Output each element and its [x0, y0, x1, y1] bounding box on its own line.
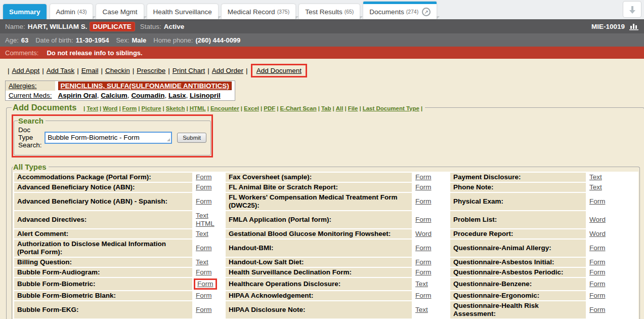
current-meds-list: Aspirin Oral, Calcium, Coumadin, Lasix, … — [55, 91, 235, 101]
doc-type-link-form[interactable]: Form — [196, 268, 212, 276]
add-order-link[interactable]: Add Order — [212, 67, 243, 74]
doc-type-link-html[interactable]: HTML — [196, 220, 214, 227]
med-link-coumadin[interactable]: Coumadin — [131, 92, 164, 99]
doc-type-link-text[interactable]: Text — [415, 306, 428, 313]
doc-format-link-sketch[interactable]: Sketch — [166, 105, 185, 111]
doc-type-link-word[interactable]: Word — [589, 216, 606, 223]
doc-format-link-pdf[interactable]: PDF — [264, 105, 275, 111]
doc-type-link-text[interactable]: Text — [415, 280, 428, 288]
doc-type-link-word[interactable]: Word — [589, 230, 606, 237]
doc-type-link-form[interactable]: Form — [196, 183, 212, 191]
med-link-calcium[interactable]: Calcium — [101, 92, 127, 99]
doc-type-link-text[interactable]: Text — [196, 212, 208, 219]
doc-type-link-cell: Form — [193, 240, 225, 257]
doc-format-link-encounter[interactable]: Encounter — [210, 105, 239, 111]
doc-type-link-cell: Form — [413, 268, 449, 277]
tab-count: (274) — [406, 9, 419, 15]
doc-type-link-form[interactable]: Form — [589, 306, 606, 313]
doc-format-link-all[interactable]: All — [336, 105, 344, 111]
doc-type-link-form[interactable]: Form — [196, 244, 212, 252]
tab-health-surveillance[interactable]: Health Surveillance — [147, 4, 218, 19]
doc-type-link-cell: Form — [193, 268, 225, 277]
doc-type-link-text[interactable]: Text — [589, 183, 602, 191]
print-chart-link[interactable]: Print Chart — [173, 67, 205, 74]
doc-type-label: Advanced Beneficiary Notice (ABN): — [14, 183, 192, 192]
doc-type-link-cell: Form — [413, 211, 449, 228]
doc-type-link-form[interactable]: Form — [196, 292, 212, 299]
current-meds-link[interactable]: Current Meds: — [9, 92, 52, 99]
doc-format-link-html[interactable]: HTML — [190, 105, 206, 111]
doc-type-label: Handout-BMI: — [226, 240, 412, 257]
med-link-lisinopril[interactable]: Lisinopril — [190, 92, 221, 99]
doc-type-link-text[interactable]: Text — [589, 173, 602, 181]
quick-actions-row: |Add Appt|Add Task|Email|Checkin|Prescri… — [5, 64, 641, 77]
tab-case-mgmt[interactable]: Case Mgmt — [96, 4, 143, 19]
doc-format-link-excel[interactable]: Excel — [244, 105, 259, 111]
launch-icon[interactable]: ↗ — [422, 8, 431, 16]
tab-admin[interactable]: Admin(43) — [50, 4, 93, 19]
doc-type-label: Healthcare Operations Disclosure: — [226, 278, 412, 290]
doc-format-link-picture[interactable]: Picture — [142, 105, 161, 111]
doc-type-link-form[interactable]: Form — [589, 268, 606, 276]
doc-type-link-form[interactable]: Form — [415, 292, 432, 299]
email-link[interactable]: Email — [81, 67, 99, 74]
search-fieldset: Search Doc Type Search: Submit — [14, 116, 211, 155]
comments-text: Do not release info to siblings. — [47, 49, 142, 57]
add-documents-section: Add Documents |Text|Word|Form|Picture|Sk… — [6, 103, 644, 319]
med-link-lasix[interactable]: Lasix — [168, 92, 186, 99]
add-task-link[interactable]: Add Task — [47, 67, 74, 74]
doc-format-link-file[interactable]: File — [348, 105, 358, 111]
doc-type-link-cell: Form — [193, 183, 225, 192]
separator: | — [318, 105, 320, 111]
doc-type-link-form[interactable]: Form — [589, 197, 606, 205]
tab-documents[interactable]: Documents(274)↗ — [363, 2, 437, 19]
doc-type-link-form[interactable]: Form — [589, 244, 606, 252]
doc-type-link-form[interactable]: Form — [415, 183, 432, 191]
patient-chart-icon[interactable] — [629, 22, 639, 31]
tab-medical-record[interactable]: Medical Record(375) — [222, 4, 295, 19]
doc-type-label: FMLA Application (Portal form): — [226, 211, 412, 228]
doc-type-link-form[interactable]: Form — [415, 244, 432, 252]
doc-type-link-form[interactable]: Form — [415, 173, 432, 181]
doc-format-link-text[interactable]: Text — [87, 105, 98, 111]
submit-button[interactable]: Submit — [177, 133, 206, 143]
doc-type-link-cell: Form — [193, 301, 225, 318]
add-document-link[interactable]: Add Document — [256, 67, 302, 74]
doc-format-link-form[interactable]: Form — [122, 105, 137, 111]
doc-type-link-form[interactable]: Form — [415, 216, 432, 223]
table-row: Bubble Form-Audiogram:FormHealth Surveil… — [14, 268, 637, 277]
doc-type-link-form[interactable]: Form — [589, 280, 606, 288]
separator: | — [359, 105, 361, 111]
tab-test-results[interactable]: Test Results(65) — [299, 4, 360, 19]
tab-summary[interactable]: Summary — [3, 4, 47, 19]
doc-type-link-word[interactable]: Word — [415, 230, 432, 237]
doc-type-link-form[interactable]: Form — [415, 197, 432, 205]
doc-type-link-form[interactable]: Form — [196, 306, 212, 313]
doc-type-link-form[interactable]: Form — [415, 268, 432, 276]
add-appt-link[interactable]: Add Appt — [12, 67, 40, 74]
doc-type-search-input[interactable] — [45, 132, 172, 144]
prescribe-link[interactable]: Prescribe — [137, 67, 165, 74]
doc-type-link-form[interactable]: Form — [196, 197, 212, 205]
doc-type-link-text[interactable]: Text — [196, 230, 208, 237]
med-link-aspirin-oral[interactable]: Aspirin Oral — [58, 92, 97, 99]
doc-type-label: Questionnaire-Asbestos Periodic: — [450, 268, 586, 277]
table-row: Bubble Form-Biometric:FormHealthcare Ope… — [14, 278, 637, 290]
doc-type-link-form[interactable]: Form — [197, 280, 213, 288]
doc-type-link-form[interactable]: Form — [589, 258, 606, 266]
doc-type-label: Procedure Report: — [450, 229, 586, 238]
doc-format-link-word[interactable]: Word — [103, 105, 117, 111]
doc-type-link-form[interactable]: Form — [589, 292, 606, 299]
allergies-link[interactable]: Allergies: — [9, 82, 37, 90]
checkin-link[interactable]: Checkin — [105, 67, 130, 74]
allergy-value-link[interactable]: PENICILLINS, SULFA(SULFONAMIDE ANTIBIOTI… — [58, 82, 232, 90]
doc-type-link-form[interactable]: Form — [196, 173, 212, 181]
doc-type-label: Bubble Form-Audiogram: — [14, 268, 192, 277]
doc-type-link-text[interactable]: Text — [196, 258, 208, 266]
doc-format-link-tab[interactable]: Tab — [321, 105, 331, 111]
scroll-down-button[interactable] — [623, 1, 641, 18]
doc-type-link-form[interactable]: Form — [415, 258, 432, 266]
doc-type-link-cell: Word — [413, 229, 449, 238]
doc-format-link-e-chart-scan[interactable]: E-Chart Scan — [280, 105, 316, 111]
doc-format-link-last-document-type[interactable]: Last Document Type — [363, 105, 419, 111]
